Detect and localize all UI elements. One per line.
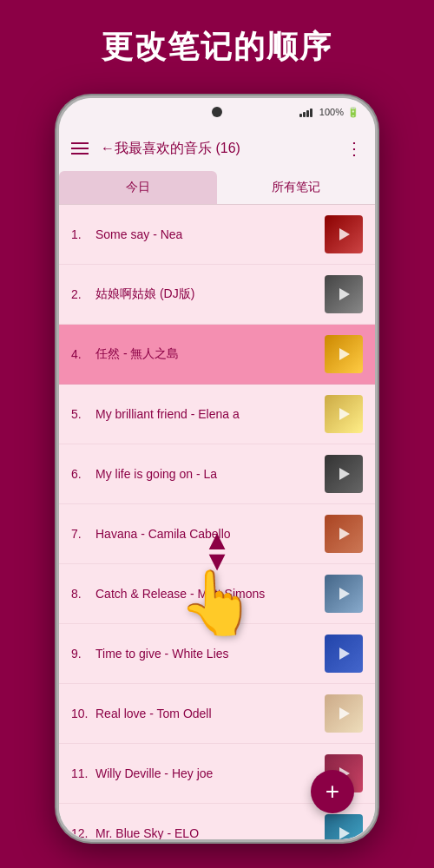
song-thumbnail bbox=[325, 814, 363, 839]
list-item[interactable]: 6.My life is going on - La bbox=[59, 444, 375, 504]
song-number: 8. bbox=[71, 587, 95, 601]
battery-text: 100% bbox=[319, 107, 344, 117]
song-number: 1. bbox=[71, 227, 95, 241]
song-thumbnail bbox=[325, 275, 363, 313]
song-number: 4. bbox=[71, 347, 95, 361]
song-thumbnail bbox=[325, 694, 363, 733]
song-thumbnail bbox=[325, 395, 363, 433]
list-item[interactable]: 5.My brilliant friend - Elena a bbox=[59, 385, 375, 444]
phone-notch bbox=[212, 107, 222, 117]
song-title: Catch & Release - Matt Simons bbox=[95, 587, 325, 601]
header-title: ←我最喜欢的音乐 (16) bbox=[101, 140, 345, 158]
play-icon bbox=[339, 348, 350, 360]
play-icon bbox=[339, 288, 350, 300]
song-title: Some say - Nea bbox=[95, 227, 325, 241]
fab-button[interactable]: + bbox=[311, 770, 354, 813]
signal-icon bbox=[299, 107, 312, 117]
list-item[interactable]: 4.任然 - 無人之島 bbox=[59, 325, 375, 385]
song-title: My brilliant friend - Elena a bbox=[95, 407, 325, 421]
fab-plus-icon: + bbox=[326, 778, 339, 806]
song-number: 10. bbox=[71, 707, 95, 720]
tab-all-notes[interactable]: 所有笔记 bbox=[217, 171, 375, 204]
song-number: 11. bbox=[71, 766, 95, 780]
song-thumbnail bbox=[325, 335, 363, 373]
song-number: 9. bbox=[71, 647, 95, 661]
page-title: 更改笔记的顺序 bbox=[0, 0, 434, 86]
song-title: My life is going on - La bbox=[95, 467, 325, 481]
page-background: 更改笔记的顺序 100% 🔋 bbox=[0, 0, 434, 86]
song-number: 5. bbox=[71, 407, 95, 421]
play-icon bbox=[339, 228, 350, 240]
song-title: Time to give - White Lies bbox=[95, 647, 325, 661]
phone-frame: 100% 🔋 ←我最喜欢的音乐 (16) ⋮ 今日 所有笔记 1.So bbox=[56, 95, 378, 842]
play-icon bbox=[339, 588, 350, 600]
song-number: 7. bbox=[71, 527, 95, 541]
play-icon bbox=[339, 408, 350, 420]
song-title: Real love - Tom Odell bbox=[95, 707, 325, 720]
list-item[interactable]: 7.Havana - Camila Cabello bbox=[59, 504, 375, 564]
status-icons: 100% 🔋 bbox=[299, 107, 359, 118]
more-button[interactable]: ⋮ bbox=[345, 138, 363, 159]
app-header: ←我最喜欢的音乐 (16) ⋮ bbox=[59, 126, 375, 171]
list-item[interactable]: 2.姑娘啊姑娘 (DJ版) bbox=[59, 265, 375, 325]
song-title: Willy Deville - Hey joe bbox=[95, 766, 325, 780]
list-item[interactable]: 10.Real love - Tom Odell bbox=[59, 684, 375, 744]
song-list: 1.Some say - Nea2.姑娘啊姑娘 (DJ版)4.任然 - 無人之島… bbox=[59, 205, 375, 839]
battery-icon: 🔋 bbox=[347, 107, 359, 118]
menu-button[interactable] bbox=[71, 142, 89, 155]
song-thumbnail bbox=[325, 455, 363, 493]
song-thumbnail bbox=[325, 515, 363, 553]
tabs-bar: 今日 所有笔记 bbox=[59, 171, 375, 205]
tab-today[interactable]: 今日 bbox=[59, 171, 217, 204]
list-item[interactable]: 1.Some say - Nea bbox=[59, 205, 375, 265]
play-icon bbox=[339, 827, 350, 839]
song-number: 12. bbox=[71, 826, 95, 839]
song-thumbnail bbox=[325, 635, 363, 673]
song-number: 6. bbox=[71, 467, 95, 481]
play-icon bbox=[339, 468, 350, 480]
song-thumbnail bbox=[325, 215, 363, 253]
song-title: 姑娘啊姑娘 (DJ版) bbox=[95, 286, 325, 302]
song-thumbnail bbox=[325, 575, 363, 613]
list-item[interactable]: 9.Time to give - White Lies bbox=[59, 624, 375, 684]
song-title: Mr. Blue Sky - ELO bbox=[95, 826, 325, 839]
play-icon bbox=[339, 528, 350, 540]
song-number: 2. bbox=[71, 287, 95, 301]
play-icon bbox=[339, 707, 350, 720]
list-item[interactable]: 8.Catch & Release - Matt Simons bbox=[59, 564, 375, 624]
song-title: 任然 - 無人之島 bbox=[95, 346, 325, 362]
song-title: Havana - Camila Cabello bbox=[95, 527, 325, 541]
phone-screen: 100% 🔋 ←我最喜欢的音乐 (16) ⋮ 今日 所有笔记 1.So bbox=[59, 98, 375, 839]
play-icon bbox=[339, 648, 350, 660]
